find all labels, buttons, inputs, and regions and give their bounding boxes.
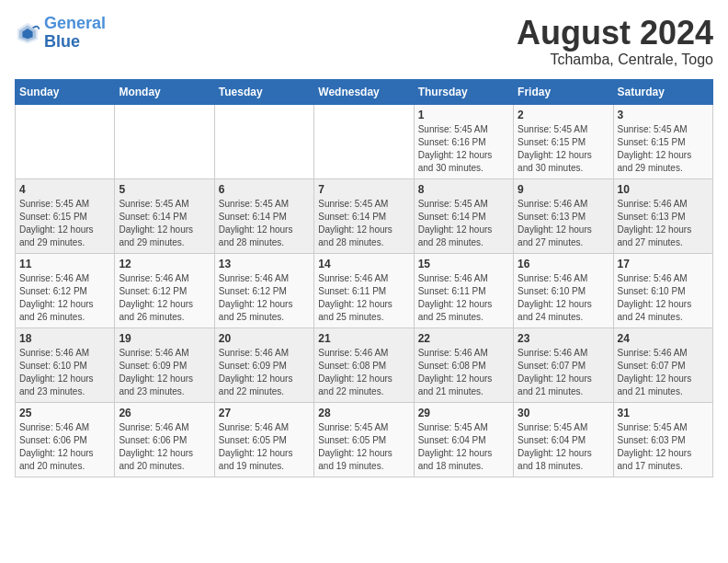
page-header: General Blue August 2024 Tchamba, Centra… — [15, 15, 713, 68]
day-info: Sunrise: 5:46 AMSunset: 6:12 PMDaylight:… — [119, 272, 210, 324]
day-cell: 21Sunrise: 5:46 AMSunset: 6:08 PMDayligh… — [314, 327, 414, 402]
day-number: 21 — [318, 332, 409, 345]
day-cell — [115, 104, 214, 178]
day-number: 10 — [618, 183, 709, 196]
day-cell: 24Sunrise: 5:46 AMSunset: 6:07 PMDayligh… — [613, 327, 712, 402]
day-info: Sunrise: 5:46 AMSunset: 6:12 PMDaylight:… — [19, 272, 110, 324]
day-info: Sunrise: 5:45 AMSunset: 6:03 PMDaylight:… — [618, 421, 709, 473]
day-cell: 19Sunrise: 5:46 AMSunset: 6:09 PMDayligh… — [115, 327, 214, 402]
day-info: Sunrise: 5:46 AMSunset: 6:12 PMDaylight:… — [219, 272, 310, 324]
week-row-1: 1Sunrise: 5:45 AMSunset: 6:16 PMDaylight… — [16, 104, 713, 178]
day-number: 11 — [19, 258, 110, 270]
week-row-2: 4Sunrise: 5:45 AMSunset: 6:15 PMDaylight… — [16, 178, 713, 253]
day-number: 18 — [19, 332, 110, 345]
weekday-row: SundayMondayTuesdayWednesdayThursdayFrid… — [16, 79, 713, 104]
day-number: 17 — [618, 258, 709, 270]
week-row-4: 18Sunrise: 5:46 AMSunset: 6:10 PMDayligh… — [16, 327, 713, 402]
day-number: 7 — [318, 183, 409, 196]
week-row-3: 11Sunrise: 5:46 AMSunset: 6:12 PMDayligh… — [16, 253, 713, 327]
day-info: Sunrise: 5:46 AMSunset: 6:10 PMDaylight:… — [518, 272, 609, 324]
day-number: 2 — [518, 109, 609, 121]
day-info: Sunrise: 5:45 AMSunset: 6:04 PMDaylight:… — [418, 421, 509, 473]
day-number: 15 — [418, 258, 509, 270]
weekday-header-wednesday: Wednesday — [314, 79, 414, 104]
day-cell — [16, 104, 115, 178]
day-info: Sunrise: 5:45 AMSunset: 6:14 PMDaylight:… — [418, 198, 509, 249]
logo-text: General Blue — [44, 15, 106, 52]
day-info: Sunrise: 5:46 AMSunset: 6:08 PMDaylight:… — [418, 347, 509, 398]
day-info: Sunrise: 5:46 AMSunset: 6:13 PMDaylight:… — [518, 198, 609, 249]
day-cell: 7Sunrise: 5:45 AMSunset: 6:14 PMDaylight… — [314, 178, 414, 253]
day-number: 19 — [119, 332, 210, 345]
day-cell: 18Sunrise: 5:46 AMSunset: 6:10 PMDayligh… — [16, 327, 115, 402]
day-number: 23 — [518, 332, 609, 345]
day-cell: 14Sunrise: 5:46 AMSunset: 6:11 PMDayligh… — [314, 253, 414, 327]
day-number: 14 — [318, 258, 409, 270]
day-cell: 23Sunrise: 5:46 AMSunset: 6:07 PMDayligh… — [514, 327, 613, 402]
day-info: Sunrise: 5:45 AMSunset: 6:04 PMDaylight:… — [518, 421, 609, 473]
day-info: Sunrise: 5:46 AMSunset: 6:06 PMDaylight:… — [119, 421, 210, 473]
day-cell: 28Sunrise: 5:45 AMSunset: 6:05 PMDayligh… — [314, 402, 414, 477]
day-cell: 6Sunrise: 5:45 AMSunset: 6:14 PMDaylight… — [214, 178, 313, 253]
day-cell: 11Sunrise: 5:46 AMSunset: 6:12 PMDayligh… — [16, 253, 115, 327]
day-number: 30 — [518, 407, 609, 419]
day-info: Sunrise: 5:45 AMSunset: 6:14 PMDaylight:… — [318, 198, 409, 249]
day-cell: 30Sunrise: 5:45 AMSunset: 6:04 PMDayligh… — [514, 402, 613, 477]
day-info: Sunrise: 5:46 AMSunset: 6:10 PMDaylight:… — [19, 347, 110, 398]
day-number: 12 — [119, 258, 210, 270]
day-info: Sunrise: 5:45 AMSunset: 6:16 PMDaylight:… — [418, 123, 509, 175]
day-cell: 8Sunrise: 5:45 AMSunset: 6:14 PMDaylight… — [414, 178, 513, 253]
day-number: 9 — [518, 183, 609, 196]
logo-icon — [15, 20, 40, 46]
day-number: 29 — [418, 407, 509, 419]
weekday-header-sunday: Sunday — [16, 79, 115, 104]
day-number: 4 — [19, 183, 110, 196]
day-info: Sunrise: 5:46 AMSunset: 6:11 PMDaylight:… — [318, 272, 409, 324]
day-info: Sunrise: 5:45 AMSunset: 6:15 PMDaylight:… — [19, 198, 110, 249]
day-number: 1 — [418, 109, 509, 121]
day-cell: 15Sunrise: 5:46 AMSunset: 6:11 PMDayligh… — [414, 253, 513, 327]
day-cell: 2Sunrise: 5:45 AMSunset: 6:15 PMDaylight… — [514, 104, 613, 178]
day-number: 24 — [618, 332, 709, 345]
day-cell: 29Sunrise: 5:45 AMSunset: 6:04 PMDayligh… — [414, 402, 513, 477]
day-number: 22 — [418, 332, 509, 345]
logo: General Blue — [15, 15, 106, 52]
weekday-header-thursday: Thursday — [414, 79, 513, 104]
day-cell: 17Sunrise: 5:46 AMSunset: 6:10 PMDayligh… — [613, 253, 712, 327]
day-cell: 13Sunrise: 5:46 AMSunset: 6:12 PMDayligh… — [214, 253, 313, 327]
day-cell: 20Sunrise: 5:46 AMSunset: 6:09 PMDayligh… — [214, 327, 313, 402]
weekday-header-saturday: Saturday — [613, 79, 712, 104]
day-cell: 4Sunrise: 5:45 AMSunset: 6:15 PMDaylight… — [16, 178, 115, 253]
day-cell: 12Sunrise: 5:46 AMSunset: 6:12 PMDayligh… — [115, 253, 214, 327]
title-block: August 2024 Tchamba, Centrale, Togo — [517, 15, 713, 68]
day-info: Sunrise: 5:45 AMSunset: 6:14 PMDaylight:… — [219, 198, 310, 249]
calendar-table: SundayMondayTuesdayWednesdayThursdayFrid… — [15, 79, 713, 477]
weekday-header-monday: Monday — [115, 79, 214, 104]
day-info: Sunrise: 5:46 AMSunset: 6:09 PMDaylight:… — [219, 347, 310, 398]
calendar-header: SundayMondayTuesdayWednesdayThursdayFrid… — [16, 79, 713, 104]
day-info: Sunrise: 5:45 AMSunset: 6:14 PMDaylight:… — [119, 198, 210, 249]
day-info: Sunrise: 5:46 AMSunset: 6:07 PMDaylight:… — [518, 347, 609, 398]
day-info: Sunrise: 5:46 AMSunset: 6:07 PMDaylight:… — [618, 347, 709, 398]
day-cell: 10Sunrise: 5:46 AMSunset: 6:13 PMDayligh… — [613, 178, 712, 253]
day-cell: 1Sunrise: 5:45 AMSunset: 6:16 PMDaylight… — [414, 104, 513, 178]
day-cell — [214, 104, 313, 178]
day-number: 28 — [318, 407, 409, 419]
day-number: 3 — [618, 109, 709, 121]
day-info: Sunrise: 5:46 AMSunset: 6:10 PMDaylight:… — [618, 272, 709, 324]
day-cell: 5Sunrise: 5:45 AMSunset: 6:14 PMDaylight… — [115, 178, 214, 253]
day-cell: 22Sunrise: 5:46 AMSunset: 6:08 PMDayligh… — [414, 327, 513, 402]
day-cell: 26Sunrise: 5:46 AMSunset: 6:06 PMDayligh… — [115, 402, 214, 477]
week-row-5: 25Sunrise: 5:46 AMSunset: 6:06 PMDayligh… — [16, 402, 713, 477]
day-cell — [314, 104, 414, 178]
day-number: 16 — [518, 258, 609, 270]
calendar-title: August 2024 — [517, 15, 713, 52]
weekday-header-tuesday: Tuesday — [214, 79, 313, 104]
day-cell: 3Sunrise: 5:45 AMSunset: 6:15 PMDaylight… — [613, 104, 712, 178]
day-info: Sunrise: 5:46 AMSunset: 6:09 PMDaylight:… — [119, 347, 210, 398]
weekday-header-friday: Friday — [514, 79, 613, 104]
day-cell: 31Sunrise: 5:45 AMSunset: 6:03 PMDayligh… — [613, 402, 712, 477]
calendar-subtitle: Tchamba, Centrale, Togo — [517, 52, 713, 68]
day-info: Sunrise: 5:46 AMSunset: 6:06 PMDaylight:… — [19, 421, 110, 473]
day-cell: 25Sunrise: 5:46 AMSunset: 6:06 PMDayligh… — [16, 402, 115, 477]
